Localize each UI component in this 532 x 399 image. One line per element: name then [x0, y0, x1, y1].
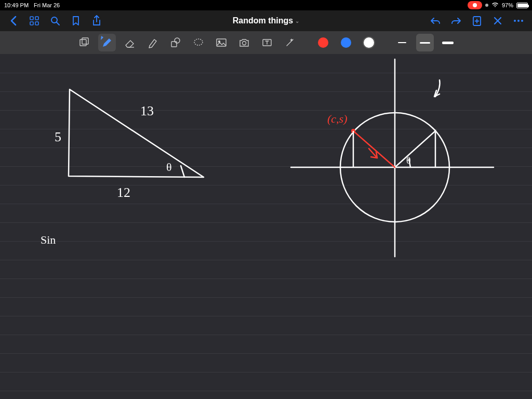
grid-view-button[interactable]: [24, 10, 45, 31]
highlighter-tool[interactable]: [144, 34, 162, 51]
color-red[interactable]: [314, 34, 332, 51]
svg-point-13: [194, 39, 203, 45]
back-button[interactable]: [3, 10, 24, 31]
label-circle-theta: θ: [406, 155, 411, 166]
canvas[interactable]: 5 13 θ 12 Sin (c,s) θ: [0, 54, 532, 399]
camera-tool[interactable]: [235, 34, 253, 51]
wifi-icon: [491, 2, 499, 8]
svg-rect-1: [35, 17, 38, 20]
search-button[interactable]: [45, 10, 65, 31]
undo-button[interactable]: [425, 10, 446, 31]
textbox-tool[interactable]: [258, 34, 276, 51]
toolbar: [0, 31, 532, 54]
svg-point-12: [175, 38, 180, 43]
label-side-a: 5: [55, 129, 61, 145]
svg-rect-14: [217, 39, 226, 46]
color-white[interactable]: [360, 34, 378, 51]
label-angle-theta: θ: [166, 161, 172, 174]
lasso-tool[interactable]: [190, 34, 207, 51]
zoom-tool[interactable]: [75, 34, 93, 51]
svg-rect-2: [30, 22, 33, 25]
color-blue[interactable]: [337, 34, 355, 51]
wand-tool[interactable]: [281, 34, 299, 51]
stroke-thin[interactable]: [393, 34, 411, 51]
title-dropdown-icon: ⌄: [295, 18, 299, 24]
recording-indicator[interactable]: [468, 1, 482, 9]
bookmark-button[interactable]: [65, 10, 86, 31]
label-sin: Sin: [41, 233, 56, 247]
document-title[interactable]: Random things⌄: [107, 16, 425, 25]
titlebar: Random things⌄: [0, 10, 532, 31]
svg-rect-10: [82, 38, 88, 44]
pen-tool[interactable]: [98, 34, 116, 51]
eraser-tool[interactable]: [121, 34, 139, 51]
svg-rect-3: [35, 22, 38, 25]
svg-point-6: [514, 20, 516, 22]
label-hypotenuse: 13: [140, 103, 154, 119]
orientation-lock-icon: [485, 4, 488, 7]
svg-point-7: [517, 20, 520, 22]
more-button[interactable]: [508, 10, 529, 31]
svg-point-15: [219, 41, 220, 43]
status-date: Fri Mar 26: [34, 2, 60, 8]
add-page-button[interactable]: [467, 10, 487, 31]
svg-point-16: [243, 42, 246, 45]
battery-percent: 97%: [502, 2, 513, 8]
drawing-layer: [0, 54, 532, 399]
status-time: 10:49 PM: [4, 2, 29, 8]
stroke-medium[interactable]: [416, 34, 434, 51]
battery-icon: [516, 3, 528, 8]
share-button[interactable]: [86, 10, 107, 31]
svg-rect-0: [30, 17, 33, 20]
image-tool[interactable]: [212, 34, 230, 51]
shape-tool[interactable]: [167, 34, 184, 51]
redo-button[interactable]: [446, 10, 467, 31]
svg-rect-9: [80, 39, 86, 46]
label-coord: (c,s): [327, 112, 347, 126]
svg-point-8: [521, 20, 523, 22]
status-bar: 10:49 PM Fri Mar 26 97%: [0, 0, 532, 10]
label-side-b: 12: [117, 185, 130, 201]
close-button[interactable]: [487, 10, 508, 31]
stroke-thick[interactable]: [439, 34, 457, 51]
